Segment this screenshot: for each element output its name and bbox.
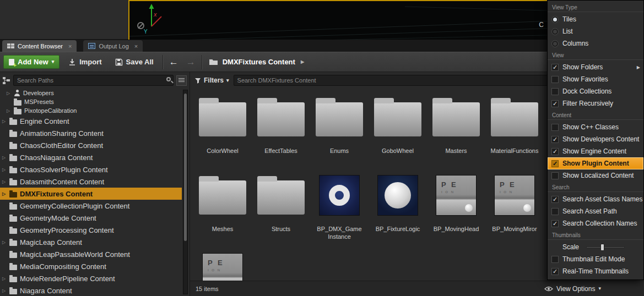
folder-icon [9, 156, 17, 161]
sources-toggle-icon[interactable] [2, 76, 10, 85]
expander-icon[interactable]: ▷ [1, 167, 7, 172]
add-new-label: Add New [18, 58, 48, 66]
save-all-label: Save All [126, 58, 154, 66]
tree-scrollbar[interactable] [183, 90, 188, 294]
expander-icon[interactable]: ▷ [6, 91, 11, 96]
paths-list-view-button[interactable] [176, 75, 187, 86]
sidebar-item-pixotopecalibration[interactable]: ▷PixotopeCalibration [0, 106, 182, 115]
filters-button[interactable]: Filters ▾ [194, 76, 229, 84]
sidebar-item-geometryprocessing-content[interactable]: GeometryProcessing Content [0, 224, 182, 236]
menu-section-header: Search [548, 183, 643, 192]
sidebar-item-niagara-content[interactable]: ▷Niagara Content [0, 284, 182, 296]
checkbox-icon: ✓ [551, 100, 559, 107]
sidebar-item-animationsharing-content[interactable]: AnimationSharing Content [0, 127, 182, 139]
menu-item-search-collection-names[interactable]: ✓Search Collection Names [548, 217, 643, 229]
menu-item-real-time-thumbnails[interactable]: ✓Real-Time Thumbnails [548, 265, 643, 277]
asset-tile-materialfunctions[interactable]: MaterialFunctions [485, 90, 544, 167]
back-arrow-button[interactable]: ← [167, 57, 180, 68]
sidebar-item-label: MagicLeapPassableWorld Content [20, 250, 130, 259]
asset-tile-gobowheel[interactable]: GoboWheel [369, 90, 427, 167]
asset-tile-bp-movinghead[interactable]: P EI O NBP_MovingHead [427, 168, 485, 245]
asset-tile-colorwheel[interactable]: ColorWheel [193, 90, 252, 167]
add-new-button[interactable]: Add New ▾ [3, 55, 59, 69]
sidebar-item-chaossolverplugin-content[interactable]: ▷ChaosSolverPlugin Content [0, 163, 182, 176]
asset-tile-effecttables[interactable]: EffectTables [252, 90, 310, 167]
expander-icon[interactable]: ▷ [1, 155, 7, 160]
menu-item-show-developers-content[interactable]: ✓Show Developers Content [548, 133, 643, 145]
asset-tile-masters[interactable]: Masters [427, 90, 485, 167]
expander-icon[interactable]: ▷ [1, 119, 7, 124]
menu-item-show-localized-content[interactable]: Show Localized Content [548, 169, 643, 182]
scrollbar-thumb[interactable] [184, 94, 187, 241]
asset-tile-item[interactable]: P EI O N [193, 246, 252, 281]
menu-item-tiles[interactable]: Tiles [548, 13, 643, 25]
sidebar-item-datasmithcontent-content[interactable]: ▷DatasmithContent Content [0, 176, 182, 188]
toolbar-separator [202, 55, 202, 69]
expander-icon[interactable]: ▷ [1, 276, 7, 281]
folder-icon [9, 144, 17, 149]
viewport-partial-text: C [539, 21, 544, 29]
sidebar-item-chaosniagara-content[interactable]: ▷ChaosNiagara Content [0, 151, 182, 163]
menu-item-show-favorites[interactable]: Show Favorites [548, 73, 643, 85]
axis-y-label: Y [144, 29, 148, 35]
expander-icon[interactable]: ▷ [1, 288, 7, 293]
import-button[interactable]: Import [64, 56, 106, 68]
sidebar-item-developers[interactable]: ▷Developers [0, 89, 182, 97]
asset-tile-meshes[interactable]: Meshes [193, 168, 252, 245]
menu-item-search-asset-class-names[interactable]: ✓Search Asset Class Names [548, 193, 643, 205]
folder-icon [252, 168, 310, 223]
folder-icon [14, 109, 21, 114]
menu-item-list[interactable]: List [548, 25, 643, 37]
view-options-button[interactable]: View Options ▾ [544, 285, 601, 293]
search-paths-input[interactable] [13, 75, 174, 86]
sidebar-item-engine-content[interactable]: ▷Engine Content [0, 115, 182, 127]
sidebar-item-geometrymode-content[interactable]: GeometryMode Content [0, 212, 182, 224]
save-all-button[interactable]: Save All [111, 56, 158, 68]
tab-content-browser[interactable]: Content Browser × [2, 40, 77, 52]
asset-tile-bp-movingmiror[interactable]: P EI O NBP_MovingMiror [485, 168, 544, 245]
radio-icon [551, 40, 559, 47]
sidebar-item-chaosclotheditor-content[interactable]: ChaosClothEditor Content [0, 139, 182, 151]
menu-item-thumbnail-edit-mode[interactable]: Thumbnail Edit Mode [548, 253, 643, 265]
forward-arrow-button[interactable]: → [185, 57, 197, 68]
expander-icon[interactable]: ▷ [1, 240, 7, 245]
menu-item-dock-collections[interactable]: Dock Collections [548, 85, 643, 97]
checkbox-icon [551, 124, 559, 131]
sidebar-item-mediacompositing-content[interactable]: MediaCompositing Content [0, 260, 182, 272]
expander-icon[interactable]: ▷ [1, 179, 7, 184]
sidebar-item-mspresets[interactable]: MSPresets [0, 97, 182, 106]
asset-tile-enums[interactable]: Enums [310, 90, 369, 167]
breadcrumb[interactable]: DMXFixtures Content ▶ [209, 58, 304, 66]
asset-label: BP_FixtureLogic [376, 226, 420, 233]
sidebar-item-magicleap-content[interactable]: ▷MagicLeap Content [0, 236, 182, 248]
paths-search-row [0, 72, 190, 88]
sources-panel: ▷DevelopersMSPresets▷PixotopeCalibration… [0, 72, 190, 296]
asset-tile-bp-dmx-game-instance[interactable]: BP_DMX_Game Instance [310, 168, 369, 245]
menu-item-columns[interactable]: Columns [548, 37, 643, 50]
funnel-icon [194, 78, 201, 84]
menu-item-show-plugin-content[interactable]: ✓Show Plugin Content [548, 157, 643, 169]
menu-item-scale[interactable]: Scale [548, 241, 643, 253]
tab-output-log[interactable]: Output Log × [83, 40, 143, 52]
asset-tile-structs[interactable]: Structs [252, 168, 310, 245]
menu-item-filter-recursively[interactable]: ✓Filter Recursively [548, 97, 643, 109]
sidebar-item-movierenderpipeline-content[interactable]: ▷MovieRenderPipeline Content [0, 272, 182, 284]
close-icon[interactable]: × [134, 43, 138, 50]
breadcrumb-arrow-icon[interactable]: ▶ [301, 59, 304, 64]
menu-item-show-folders[interactable]: ✓Show Folders▶ [548, 61, 643, 73]
close-icon[interactable]: × [68, 43, 72, 50]
sidebar-item-dmxfixtures-content[interactable]: ▷DMXFixtures Content [0, 188, 182, 200]
menu-item-show-engine-content[interactable]: ✓Show Engine Content [548, 145, 643, 157]
sidebar-item-magicleappassableworld-content[interactable]: MagicLeapPassableWorld Content [0, 248, 182, 260]
expander-icon[interactable]: ▷ [1, 191, 7, 196]
folder-icon [369, 90, 427, 145]
asset-tile-bp-fixturelogic[interactable]: BP_FixtureLogic [369, 168, 427, 245]
menu-item-search-asset-path[interactable]: Search Asset Path [548, 205, 643, 217]
scale-slider[interactable] [586, 244, 625, 251]
sidebar-item-label: GeometryCollectionPlugin Content [20, 202, 129, 210]
menu-item-show-c-classes[interactable]: Show C++ Classes [548, 121, 643, 133]
expander-icon[interactable]: ▷ [6, 108, 11, 113]
sidebar-item-geometrycollectionplugin-content[interactable]: GeometryCollectionPlugin Content [0, 200, 182, 212]
import-label: Import [79, 58, 101, 66]
asset-thumbnail: P EI O N [427, 168, 485, 223]
